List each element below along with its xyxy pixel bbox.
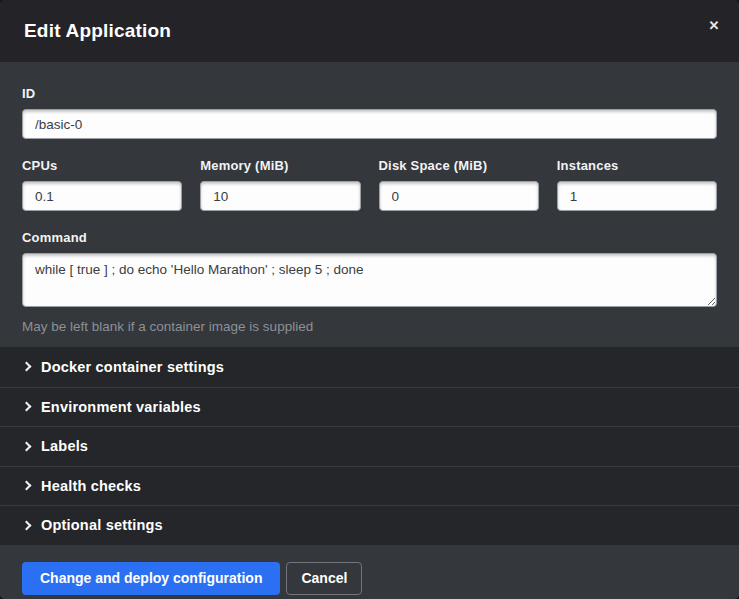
section-label: Optional settings: [41, 517, 163, 533]
section-labels[interactable]: Labels: [0, 426, 739, 466]
id-field-group: ID: [22, 86, 717, 139]
command-label: Command: [22, 230, 717, 245]
command-textarea[interactable]: while [ true ] ; do echo 'Hello Marathon…: [22, 253, 717, 307]
change-and-deploy-button[interactable]: Change and deploy configuration: [22, 562, 280, 595]
edit-application-modal: Edit Application ✕ ID CPUs Memory (MiB) …: [0, 0, 739, 599]
cpus-input[interactable]: [22, 181, 182, 211]
memory-field-group: Memory (MiB): [200, 158, 360, 211]
disk-label: Disk Space (MiB): [379, 158, 539, 173]
cpus-label: CPUs: [22, 158, 182, 173]
chevron-right-icon: [22, 481, 32, 491]
instances-label: Instances: [557, 158, 717, 173]
disk-input[interactable]: [379, 181, 539, 211]
section-docker-container-settings[interactable]: Docker container settings: [0, 347, 739, 387]
section-label: Environment variables: [41, 399, 201, 415]
id-input[interactable]: [22, 109, 717, 139]
close-icon[interactable]: ✕: [703, 14, 725, 36]
chevron-right-icon: [22, 402, 32, 412]
section-health-checks[interactable]: Health checks: [0, 466, 739, 506]
resources-row: CPUs Memory (MiB) Disk Space (MiB) Insta…: [22, 158, 717, 211]
id-label: ID: [22, 86, 717, 101]
section-environment-variables[interactable]: Environment variables: [0, 387, 739, 427]
chevron-right-icon: [22, 441, 32, 451]
cpus-field-group: CPUs: [22, 158, 182, 211]
cancel-button[interactable]: Cancel: [286, 562, 362, 595]
memory-label: Memory (MiB): [200, 158, 360, 173]
instances-field-group: Instances: [557, 158, 717, 211]
disk-field-group: Disk Space (MiB): [379, 158, 539, 211]
command-helper-text: May be left blank if a container image i…: [22, 319, 717, 334]
modal-footer: Change and deploy configuration Cancel: [0, 545, 739, 599]
application-form: ID CPUs Memory (MiB) Disk Space (MiB) In…: [0, 62, 739, 347]
section-label: Labels: [41, 438, 88, 454]
modal-title: Edit Application: [24, 20, 171, 42]
chevron-right-icon: [22, 520, 32, 530]
section-optional-settings[interactable]: Optional settings: [0, 505, 739, 545]
memory-input[interactable]: [200, 181, 360, 211]
collapsible-sections: Docker container settings Environment va…: [0, 347, 739, 545]
section-label: Health checks: [41, 478, 141, 494]
modal-header: Edit Application ✕: [0, 0, 739, 62]
chevron-right-icon: [22, 362, 32, 372]
command-field-group: Command while [ true ] ; do echo 'Hello …: [22, 230, 717, 334]
section-label: Docker container settings: [41, 359, 224, 375]
instances-input[interactable]: [557, 181, 717, 211]
